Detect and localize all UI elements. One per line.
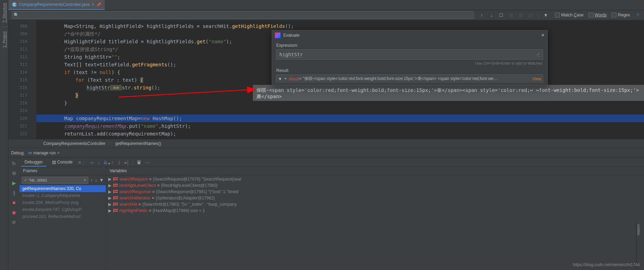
run-config-tab[interactable]: mmanage run × xyxy=(28,151,60,155)
breadcrumb-method[interactable]: getRequirementNames() xyxy=(115,141,161,146)
frames-list[interactable]: getRequirementNames:320, Co invoke:-1, C… xyxy=(20,185,106,270)
view-breakpoints-icon[interactable]: ◉ xyxy=(12,210,16,215)
console-tab[interactable]: ▤Console xyxy=(49,158,76,167)
search-icon: 🔍 xyxy=(14,13,19,17)
stack-frame[interactable]: getRequirementNames:320, Co xyxy=(20,185,106,192)
find-bar: 🔍 ↑ ↓ ☐ ⊞ ⊟ ⊡ | ▼ Match Case Words Regex… xyxy=(8,10,644,20)
run-to-cursor-icon[interactable]: ▸| xyxy=(125,160,129,165)
variable-row[interactable]: ▶searchResponse = {SearchResponse@17981}… xyxy=(106,189,644,195)
thread-selector[interactable]: ✔"htt...NING ▾ xyxy=(22,177,88,184)
evaluate-expr-icon[interactable]: 🖩 xyxy=(137,160,141,165)
close-dialog-icon[interactable]: × xyxy=(541,32,544,38)
link-icon: ⚭ xyxy=(284,76,287,81)
favorites-tool-button[interactable]: vorites xyxy=(637,221,641,238)
result-row[interactable]: ▼ ⚭ result = "保呗-<span style='color:red;… xyxy=(276,74,543,83)
prev-frame-icon[interactable]: ↑ xyxy=(90,177,93,183)
modify-run-icon[interactable]: ⚙ xyxy=(12,170,16,176)
select-all-occ-icon[interactable]: ⊡ xyxy=(528,13,533,18)
debug-title: Debug: xyxy=(11,151,25,155)
next-frame-icon[interactable]: ↓ xyxy=(95,177,97,183)
prev-match-icon[interactable]: ↑ xyxy=(479,13,484,18)
result-label: Result: xyxy=(276,68,543,73)
tab-pin-icon[interactable]: 📌 xyxy=(96,2,101,7)
step-over-icon[interactable]: ⤼ xyxy=(90,160,94,165)
variables-header: Variables xyxy=(106,167,644,175)
stack-frame[interactable]: proceed:163, ReflectiveMethod xyxy=(20,213,106,220)
tab-label: CompanyRequirementsController.java xyxy=(19,2,90,7)
select-all-icon[interactable]: ☐ xyxy=(498,13,504,18)
watermark: https://blog.csdn.net/nienianzhi1744 xyxy=(573,262,640,267)
stop-icon[interactable]: ■ xyxy=(13,200,15,205)
expression-label: Expression: xyxy=(276,43,543,48)
variable-row[interactable]: ▶searchHit = {SearchHit@17983} "{\n "_in… xyxy=(106,201,644,207)
editor-tab[interactable]: C CompanyRequirementsController.java × 📌 xyxy=(8,0,105,10)
filter-icon[interactable]: ▼ xyxy=(543,13,549,18)
debug-action-bar: ↻ ⚙ ▶ ‖ ■ ◉ ⊘ xyxy=(8,158,20,270)
breadcrumb: CompanyRequirementsController 〉 getRequi… xyxy=(8,139,644,148)
close-run-tab-icon[interactable]: × xyxy=(57,151,59,155)
threads-icon[interactable]: ≡ xyxy=(78,160,81,165)
add-selection-icon[interactable]: ⊞ xyxy=(508,13,514,18)
breadcrumb-class[interactable]: CompanyRequirementsController xyxy=(43,141,105,146)
variables-list[interactable]: ▶searchRequest = {SearchRequest@17979} "… xyxy=(106,175,644,270)
intellij-icon xyxy=(275,32,280,38)
stack-frame[interactable]: invoke:-1, CompanyRequireme xyxy=(20,192,106,199)
step-into-icon[interactable]: ↓ xyxy=(97,160,100,165)
java-class-icon: C xyxy=(12,2,17,7)
debug-panel: Debug: mmanage run × ↻ ⚙ ▶ ‖ ■ ◉ ⊘ Debug… xyxy=(8,148,644,270)
stack-frame[interactable]: invoke:204, MethodProxy (org. xyxy=(20,199,106,206)
frames-header: Frames xyxy=(20,167,106,175)
words-checkbox[interactable]: Words xyxy=(588,13,607,17)
stack-frame[interactable]: invokeJoinpoint:747, CglibAopP xyxy=(20,206,106,213)
left-tool-rail: 7: Structure 1: Project xyxy=(0,0,8,270)
drop-frame-icon[interactable]: ⤸ xyxy=(117,160,121,165)
editor-tab-bar: C CompanyRequirementsController.java × 📌 xyxy=(8,0,644,10)
structure-tool-button[interactable]: 7: Structure xyxy=(2,0,6,25)
expand-icon[interactable]: ⤢ xyxy=(537,52,540,57)
match-case-checkbox[interactable]: Match Case xyxy=(555,13,584,17)
trace-icon[interactable]: ⇢ xyxy=(145,160,149,165)
dialog-title: Evaluate xyxy=(283,33,541,38)
expression-input[interactable]: hightStr⤢ xyxy=(276,49,543,60)
remove-selection-icon[interactable]: ⊟ xyxy=(518,13,524,18)
resume-icon[interactable]: ▶ xyxy=(12,180,16,186)
next-match-icon[interactable]: ↓ xyxy=(489,13,494,18)
result-value-tooltip: 保呗-<span style='color:red;font-weight:bo… xyxy=(253,85,644,101)
tab-close-icon[interactable]: × xyxy=(92,2,94,7)
filter-frames-icon[interactable]: ▼ xyxy=(99,177,104,183)
project-tool-button[interactable]: 1: Project xyxy=(2,29,6,50)
expression-hint: Use Ctrl+Shift+Enter to add to Watches xyxy=(276,60,543,67)
mute-breakpoints-icon[interactable]: ⊘ xyxy=(12,219,16,225)
variable-row[interactable]: ▶searchHitIterator = {Spliterators$1Adap… xyxy=(106,195,644,201)
pause-icon[interactable]: ‖ xyxy=(13,190,15,196)
variable-row[interactable]: ▶searchRequest = {SearchRequest@17979} "… xyxy=(106,176,644,182)
debugger-tab[interactable]: Debugger xyxy=(21,158,46,167)
rerun-icon[interactable]: ↻ xyxy=(12,161,16,166)
regex-checkbox[interactable]: Regex xyxy=(612,13,630,17)
add-watch-icon[interactable]: ＋ xyxy=(107,160,111,167)
view-link[interactable]: View xyxy=(532,76,541,81)
variable-row[interactable]: ▶hightlightFields = {HashMap@17984} size… xyxy=(106,207,644,214)
find-input[interactable]: 🔍 xyxy=(12,11,474,19)
variable-row[interactable]: ▶restHighLevelClient = {RestHighLevelCli… xyxy=(106,182,644,189)
help-icon[interactable]: ? xyxy=(635,13,641,18)
evaluate-dialog[interactable]: Evaluate × Expression: hightStr⤢ Use Ctr… xyxy=(272,30,548,86)
gutter: 308 309 310 311 312 313 314 315 316 317 … xyxy=(8,20,36,139)
